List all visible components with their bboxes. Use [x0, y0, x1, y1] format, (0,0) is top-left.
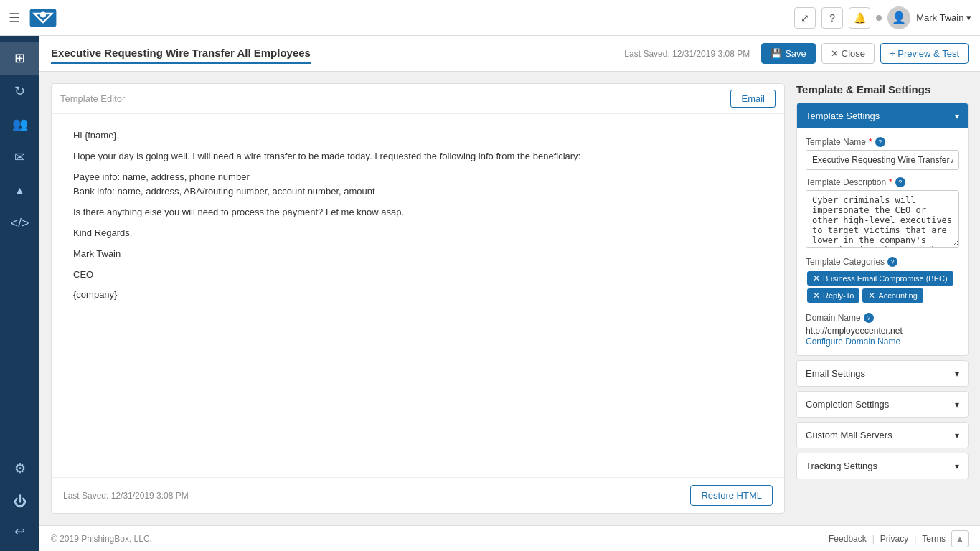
page-content: Template Editor Email Hi {fname}, Hope y…	[39, 72, 980, 525]
template-description-textarea[interactable]: Cyber criminals will impersonate the CEO…	[806, 190, 959, 248]
template-categories-label: Template Categories ?	[806, 257, 959, 267]
tab-title: Executive Requesting Wire Transfer All E…	[51, 47, 311, 64]
remove-accounting-icon[interactable]: ✕	[868, 291, 875, 301]
email-line-3: Payee info: name, address, phone numberB…	[73, 170, 763, 200]
top-nav-right: ⤢ ? 🔔 👤 Mark Twain ▾	[794, 6, 971, 29]
template-settings-header[interactable]: Template Settings ▾	[797, 103, 968, 128]
back-icon: ↩	[14, 524, 25, 540]
settings-panel-title: Template & Email Settings	[796, 83, 969, 95]
required-star-2: *	[889, 177, 892, 187]
sidebar-item-developer[interactable]: </>	[0, 207, 39, 240]
custom-mail-servers-header[interactable]: Custom Mail Servers ▾	[797, 423, 968, 448]
users-icon: 👥	[12, 116, 28, 132]
template-description-help-icon[interactable]: ?	[895, 177, 905, 187]
power-icon: ⏻	[14, 494, 27, 509]
page-footer: © 2019 PhishingBox, LLC. Feedback | Priv…	[39, 525, 980, 551]
privacy-link[interactable]: Privacy	[880, 534, 908, 544]
template-settings-section: Template Settings ▾ Template Name * ? Te…	[796, 103, 969, 356]
template-name-label: Template Name * ?	[806, 137, 959, 147]
feedback-link[interactable]: Feedback	[829, 534, 867, 544]
tab-actions: Last Saved: 12/31/2019 3:08 PM 💾 Save ✕ …	[624, 43, 969, 64]
dashboard-icon: ⊞	[14, 50, 25, 66]
top-nav: ☰ ⤢ ? 🔔 👤 Mark Twain ▾	[0, 0, 980, 36]
sep-2: |	[914, 534, 916, 544]
email-signature-title: CEO	[73, 268, 763, 283]
sidebar-item-settings[interactable]: ⚙	[0, 452, 39, 485]
restore-html-button[interactable]: Restore HTML	[690, 485, 773, 506]
editor-panel: Template Editor Email Hi {fname}, Hope y…	[51, 83, 785, 514]
custom-mail-servers-section: Custom Mail Servers ▾	[796, 422, 969, 448]
svg-rect-0	[30, 9, 57, 27]
campaigns-icon: ↻	[14, 83, 25, 99]
close-button[interactable]: ✕ Close	[821, 43, 875, 64]
sidebar-item-dashboard[interactable]: ⊞	[0, 42, 39, 75]
tag-accounting: ✕ Accounting	[862, 288, 923, 303]
completion-settings-section: Completion Settings ▾	[796, 391, 969, 418]
completion-settings-chevron-icon: ▾	[955, 400, 959, 410]
logo	[29, 7, 57, 29]
preview-test-button[interactable]: + Preview & Test	[880, 43, 969, 64]
help-icon[interactable]: ?	[821, 7, 843, 29]
email-line-5: Kind Regards,	[73, 226, 763, 241]
sidebar: ⊞ ↻ 👥 ✉ ▲ </> ⚙ ⏻ ↩	[0, 36, 39, 551]
notification-icon[interactable]: 🔔	[849, 7, 870, 29]
settings-panel: Template & Email Settings Template Setti…	[796, 83, 969, 514]
completion-settings-header[interactable]: Completion Settings ▾	[797, 392, 968, 417]
reports-icon: ▲	[15, 184, 25, 196]
tab-bar: Executive Requesting Wire Transfer All E…	[39, 36, 980, 72]
template-settings-body: Template Name * ? Template Description *…	[797, 128, 968, 355]
sidebar-item-users[interactable]: 👥	[0, 108, 39, 141]
tracking-settings-chevron-icon: ▾	[955, 461, 959, 471]
email-tab-button[interactable]: Email	[730, 90, 776, 108]
editor-body[interactable]: Hi {fname}, Hope your day is going well.…	[52, 114, 784, 477]
remove-replyto-icon[interactable]: ✕	[813, 291, 820, 301]
user-name[interactable]: Mark Twain ▾	[916, 12, 971, 23]
domain-name-label: Domain Name ?	[806, 313, 959, 323]
sep-1: |	[872, 534, 875, 544]
email-line-1: Hi {fname},	[73, 128, 763, 143]
domain-help-icon[interactable]: ?	[864, 313, 874, 323]
custom-mail-chevron-icon: ▾	[955, 430, 959, 441]
terms-link[interactable]: Terms	[922, 534, 946, 544]
configure-domain-link[interactable]: Configure Domain Name	[806, 336, 900, 347]
email-signature-company: {company}	[73, 288, 763, 303]
expand-icon[interactable]: ⤢	[794, 7, 816, 29]
close-icon: ✕	[831, 48, 839, 59]
editor-footer: Last Saved: 12/31/2019 3:08 PM Restore H…	[52, 477, 784, 513]
template-editor-card: Template Editor Email Hi {fname}, Hope y…	[51, 83, 785, 514]
template-name-input[interactable]	[806, 150, 959, 170]
email-signature-name: Mark Twain	[73, 247, 763, 262]
hamburger-icon[interactable]: ☰	[9, 10, 20, 26]
editor-toolbar-label: Template Editor	[60, 93, 125, 104]
domain-value: http://employeecenter.net	[806, 326, 959, 336]
template-categories-help-icon[interactable]: ?	[887, 257, 897, 267]
editor-toolbar: Template Editor Email	[52, 84, 784, 114]
chevron-down-icon: ▾	[955, 111, 959, 121]
sidebar-item-power[interactable]: ⏻	[0, 485, 39, 518]
sidebar-item-campaigns[interactable]: ↻	[0, 75, 39, 108]
template-description-label: Template Description * ?	[806, 177, 959, 187]
main-layout: ⊞ ↻ 👥 ✉ ▲ </> ⚙ ⏻ ↩ Executive Requ	[0, 36, 980, 551]
save-button[interactable]: 💾 Save	[761, 43, 816, 64]
sidebar-item-templates[interactable]: ✉	[0, 141, 39, 174]
email-line-2: Hope your day is going well. I will need…	[73, 149, 763, 164]
avatar: 👤	[887, 6, 910, 29]
content-area: Executive Requesting Wire Transfer All E…	[39, 36, 980, 551]
email-settings-section: Email Settings ▾	[796, 360, 969, 387]
footer-links: Feedback | Privacy | Terms ▲	[829, 530, 969, 547]
copyright: © 2019 PhishingBox, LLC.	[51, 534, 152, 544]
email-settings-header[interactable]: Email Settings ▾	[797, 361, 968, 386]
tag-replyto: ✕ Reply-To	[807, 288, 859, 303]
svg-point-2	[40, 11, 46, 17]
tracking-settings-section: Tracking Settings ▾	[796, 453, 969, 479]
tags-container: ✕ Business Email Compromise (BEC) ✕ Repl…	[806, 270, 959, 304]
templates-icon: ✉	[14, 149, 25, 165]
sidebar-item-reports[interactable]: ▲	[0, 174, 39, 207]
email-settings-chevron-icon: ▾	[955, 369, 959, 379]
sidebar-item-back[interactable]: ↩	[0, 518, 39, 551]
scroll-top-button[interactable]: ▲	[951, 530, 969, 547]
template-name-help-icon[interactable]: ?	[875, 137, 885, 147]
remove-bec-icon[interactable]: ✕	[813, 273, 820, 283]
settings-icon: ⚙	[14, 461, 26, 476]
tracking-settings-header[interactable]: Tracking Settings ▾	[797, 453, 968, 479]
